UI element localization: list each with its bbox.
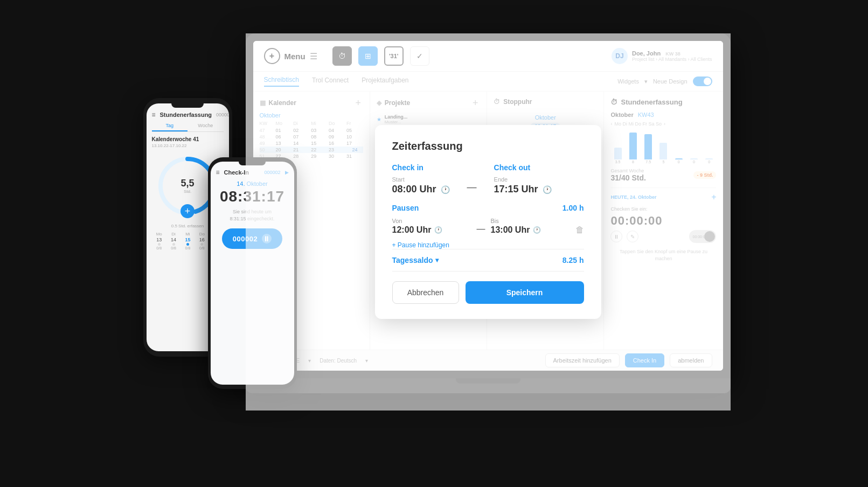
pausen-header: Pausen 1.00 h — [392, 204, 584, 212]
phone2-hamburger-icon[interactable]: ≡ — [216, 169, 220, 176]
add-pause-button[interactable]: + Pause hinzufügen — [392, 241, 449, 249]
tagessaldo-row: Tagessaldo ▾ 8.25 h — [392, 249, 584, 272]
bis-field: Bis 13:00 Uhr 🕐 — [491, 218, 570, 235]
phone1-add-btn[interactable]: + — [180, 204, 195, 218]
von-time[interactable]: 12:00 Uhr 🕐 — [392, 225, 471, 235]
tagessaldo-chevron-icon: ▾ — [435, 256, 439, 264]
phone1-tab-tag[interactable]: Tag — [152, 121, 188, 131]
modal-checkout-group: Check out Ende 17:15 Uhr 🕐 — [494, 163, 552, 195]
checkin-label: Check in — [392, 163, 450, 172]
tagessaldo-value: 8.25 h — [563, 256, 584, 265]
delete-pause-icon[interactable]: 🗑 — [575, 225, 584, 235]
von-clock-icon: 🕐 — [434, 226, 442, 234]
list-item: Do 16 0/8 — [199, 232, 205, 250]
bis-time[interactable]: 13:00 Uhr 🕐 — [491, 225, 570, 235]
modal-checkin-group: Check in Start 08:00 Uhr 🕐 — [392, 163, 450, 195]
list-item: Di 14 0/8 — [171, 232, 176, 250]
list-item: Mo 13 0/8 — [156, 232, 162, 250]
laptop: + Menu ☰ ⏱ ⊞ '31' ✓ DJ Doe, John KW 38 — [246, 33, 731, 411]
tagessaldo-label: Tagessaldo ▾ — [392, 256, 439, 265]
phone1-notch — [171, 103, 204, 108]
checkout-label: Check out — [494, 163, 552, 172]
ende-time[interactable]: 17:15 Uhr 🕐 — [494, 184, 552, 195]
pausen-time: 1.00 h — [563, 204, 584, 212]
pausen-label: Pausen — [392, 204, 419, 212]
phone1-time: 000000 — [216, 112, 228, 117]
main-content: ▦ Kalender + Oktober KW Mo Di Mi Do — [253, 92, 723, 350]
start-clock-icon: 🕐 — [441, 185, 450, 194]
phone1-week: Kalenderwoche 41 13.10.22-17.10.22 — [147, 132, 229, 149]
phone1-ring-hours: 5,5 Std. — [180, 178, 194, 194]
phone1-tab-woche[interactable]: Woche — [188, 121, 224, 131]
list-item: Mi 15 0/8 — [185, 232, 190, 250]
modal-checkin-section: Check in Start 08:00 Uhr 🕐 — Check — [392, 163, 584, 195]
laptop-screen: + Menu ☰ ⏱ ⊞ '31' ✓ DJ Doe, John KW 38 — [253, 41, 723, 371]
start-label: Start — [392, 176, 450, 183]
cancel-button[interactable]: Abbrechen — [392, 281, 459, 304]
ende-clock-icon: 🕐 — [543, 185, 552, 194]
modal-title: Zeiterfassung — [392, 140, 584, 152]
pause-row: Von 12:00 Uhr 🕐 — Bis — [392, 218, 584, 235]
save-button[interactable]: Speichern — [466, 281, 584, 304]
start-time[interactable]: 08:00 Uhr 🕐 — [392, 184, 450, 195]
modal-overlay: Zeiterfassung Check in Start 08:00 Uhr 🕐 — [253, 92, 723, 350]
modal-actions: Abbrechen Speichern — [392, 281, 584, 304]
phone1-title: Stundenerfassung — [160, 112, 212, 118]
time-dash: — — [467, 182, 477, 195]
ende-label: Ende — [494, 176, 552, 183]
zeiterfassung-modal: Zeiterfassung Check in Start 08:00 Uhr 🕐 — [375, 125, 601, 319]
bis-clock-icon: 🕐 — [533, 226, 541, 234]
phone1-hamburger-icon[interactable]: ≡ — [152, 111, 156, 119]
pause-dash: — — [477, 224, 485, 235]
von-field: Von 12:00 Uhr 🕐 — [392, 218, 471, 235]
